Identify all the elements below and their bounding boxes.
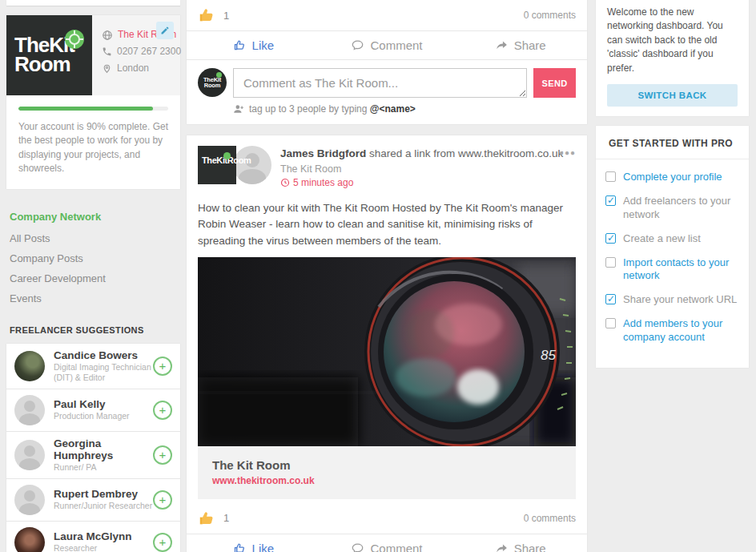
comment-input[interactable]	[233, 68, 527, 98]
logo-dot	[223, 152, 231, 159]
checklist-item: Import contacts to your network	[605, 256, 738, 284]
person-plus-icon	[233, 103, 244, 115]
comment-button[interactable]: Comment	[320, 534, 454, 552]
add-freelancer-button[interactable]: +	[153, 357, 172, 376]
checklist-item: Add freelancers to your network	[605, 195, 738, 222]
comment-composer: TheKitRoom SEND	[187, 60, 587, 98]
checkbox-icon[interactable]	[605, 171, 616, 182]
progress-fill	[18, 107, 153, 111]
freelancer-info: Rupert Dembrey Runner/Junior Researcher	[54, 488, 153, 511]
post-options-menu[interactable]: ●●●	[559, 148, 576, 157]
like-button[interactable]: Like	[187, 31, 320, 59]
comments-count[interactable]: 0 comments	[524, 10, 576, 21]
checklist-label[interactable]: Create a new list	[623, 232, 701, 246]
switch-back-button[interactable]: SWITCH BACK	[607, 84, 738, 107]
post-card-main: TheKitRoom James Bridgford shared a link…	[187, 135, 587, 552]
company-logo: TheKit Room	[6, 15, 92, 95]
nav-title[interactable]: Company Network	[10, 211, 180, 223]
add-freelancer-button[interactable]: +	[153, 533, 172, 552]
avatar	[14, 485, 45, 515]
comment-button[interactable]: Comment	[320, 31, 454, 59]
freelancer-name[interactable]: Rupert Dembrey	[54, 488, 153, 500]
checklist-label[interactable]: Add freelancers to your network	[623, 195, 738, 222]
nav-item-all-posts[interactable]: All Posts	[10, 232, 180, 244]
right-sidebar: Welcome to the new networking dashboard.…	[596, 0, 749, 552]
company-profile-card: TheKit Room The Kit Room 0207 267 2300	[6, 15, 180, 189]
checklist-item: Add members to your company account	[605, 317, 738, 344]
freelancer-row: Candice Bowers Digital Imaging Technicia…	[6, 344, 180, 389]
welcome-card: Welcome to the new networking dashboard.…	[596, 0, 749, 116]
checklist-label[interactable]: Share your network URL	[623, 293, 737, 307]
comments-count[interactable]: 0 comments	[524, 513, 576, 524]
company-network-nav: Company Network All Posts Company Posts …	[10, 211, 180, 304]
post-card-top: 1 0 comments Like Comment Share	[187, 0, 587, 124]
tag-hint-handle: @<name>	[370, 103, 416, 115]
add-freelancer-button[interactable]: +	[153, 490, 172, 510]
globe-icon	[102, 30, 113, 41]
share-button[interactable]: Share	[453, 31, 587, 59]
post-action-bar: Like Comment Share	[187, 534, 587, 552]
tag-hint-prefix: tag up to 3 people by typing	[249, 103, 370, 115]
freelancer-name[interactable]: Paul Kelly	[54, 398, 153, 410]
comment-bubble-icon	[351, 542, 364, 552]
thumbs-up-icon	[198, 510, 215, 527]
post-timestamp: 5 minutes ago	[280, 176, 563, 190]
author-name[interactable]: James Bridgford	[280, 147, 366, 159]
nav-item-company-posts[interactable]: Company Posts	[10, 252, 180, 264]
freelancer-info: Paul Kelly Production Manager	[54, 398, 153, 421]
checkbox-icon[interactable]	[605, 195, 616, 206]
checklist-label[interactable]: Import contacts to your network	[623, 256, 738, 284]
nav-item-career-development[interactable]: Career Development	[10, 272, 180, 284]
checkbox-icon[interactable]	[605, 233, 616, 244]
post-body-text: How to clean your kit with The Kit Room …	[187, 198, 587, 257]
checklist-item: Create a new list	[605, 232, 738, 246]
like-summary-bar: 1 0 comments	[187, 499, 587, 534]
freelancer-suggestions-list: Candice Bowers Digital Imaging Technicia…	[6, 344, 180, 552]
like-count: 1	[223, 10, 229, 22]
edit-profile-button[interactable]	[156, 22, 174, 39]
pro-card-header: GET STARTED WITH PRO	[596, 126, 749, 159]
checkbox-icon[interactable]	[605, 257, 616, 268]
checkbox-icon[interactable]	[605, 318, 616, 328]
freelancer-role: Digital Imaging Technician (DIT) & Edito…	[54, 362, 153, 383]
checklist-label[interactable]: Complete your profile	[623, 171, 722, 184]
account-progress-section: Your account is 90% complete. Get the be…	[6, 95, 180, 189]
company-avatar: TheKitRoom	[198, 68, 227, 97]
freelancer-name[interactable]: Laura McGlynn	[54, 530, 153, 542]
logo-line2: Room	[227, 155, 251, 165]
link-preview[interactable]: The Kit Room www.thekitroom.co.uk	[198, 446, 576, 499]
share-button[interactable]: Share	[453, 534, 587, 552]
comment-label: Comment	[370, 38, 422, 52]
post-photo-camera-lens[interactable]: 85	[198, 257, 576, 446]
like-button[interactable]: Like	[187, 534, 320, 552]
nav-item-events[interactable]: Events	[10, 292, 180, 304]
logo-line2: Room	[204, 83, 220, 89]
add-freelancer-button[interactable]: +	[153, 401, 172, 420]
post-action-bar: Like Comment Share	[187, 31, 587, 59]
phone-row: 0207 267 2300	[102, 43, 181, 60]
welcome-text: Welcome to the new networking dashboard.…	[607, 6, 738, 75]
get-started-pro-card: GET STARTED WITH PRO Complete your profi…	[596, 126, 749, 368]
pro-checklist: Complete your profile Add freelancers to…	[596, 159, 749, 344]
phone-icon	[102, 46, 112, 57]
like-label: Like	[252, 38, 275, 52]
checkbox-icon[interactable]	[605, 294, 616, 304]
like-icon	[233, 542, 247, 552]
link-preview-url[interactable]: www.thekitroom.co.uk	[212, 475, 561, 486]
freelancer-row: Georgina Humphreys Runner/ PA +	[6, 431, 180, 478]
add-freelancer-button[interactable]: +	[153, 445, 172, 465]
freelancer-info: Georgina Humphreys Runner/ PA	[54, 437, 153, 473]
like-label: Like	[252, 542, 275, 552]
freelancer-name[interactable]: Georgina Humphreys	[54, 437, 153, 461]
location-row: London	[102, 60, 181, 77]
lens-focal-length: 85	[541, 348, 556, 363]
dashboard-page: TheKit Room The Kit Room 0207 267 2300	[0, 0, 756, 552]
company-logo-avatar: TheKitRoom	[198, 146, 236, 184]
feed-column: 1 0 comments Like Comment Share	[187, 0, 587, 552]
send-button[interactable]: SEND	[533, 68, 576, 98]
avatar	[14, 351, 45, 381]
thumbs-up-icon	[198, 6, 215, 24]
checklist-label[interactable]: Add members to your company account	[623, 317, 738, 344]
share-label: Share	[514, 38, 546, 52]
freelancer-name[interactable]: Candice Bowers	[54, 349, 153, 361]
